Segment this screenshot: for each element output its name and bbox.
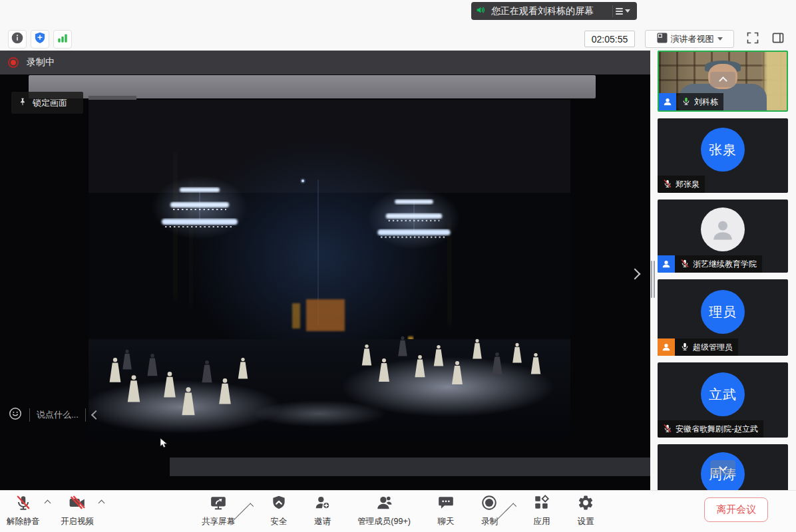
pin-icon [18, 97, 27, 108]
participant-role-badge [658, 255, 675, 273]
security-button[interactable]: 安全 [268, 494, 290, 527]
chevron-down-icon [717, 37, 723, 41]
fullscreen-icon [746, 31, 759, 47]
participant-host-badge [658, 338, 675, 356]
network-status-button[interactable] [53, 30, 72, 49]
participant-name: 郑张泉 [676, 179, 699, 190]
participant-tile-zheyi[interactable]: 浙艺继续教育学院 [658, 200, 788, 273]
chat-collapse-icon[interactable] [91, 410, 100, 420]
unmute-button[interactable]: 解除静音 [4, 494, 43, 527]
participant-name: 安徽省歌舞剧院-赵立武 [676, 424, 758, 435]
participant-avatar: 张泉 [701, 128, 745, 172]
participant-tile-zhaoliwu[interactable]: 立武 安徽省歌舞剧院-赵立武 [658, 362, 788, 438]
record-dot-icon [8, 57, 19, 68]
info-icon [11, 31, 24, 47]
side-panel-icon [771, 31, 785, 47]
participant-name: 刘科栋 [694, 96, 718, 108]
participant-tile-zhengzhangquan[interactable]: 张泉 郑张泉 [658, 118, 788, 193]
mute-options-chevron[interactable] [45, 500, 51, 507]
gear-icon [577, 494, 594, 514]
apps-grid-icon [533, 494, 550, 514]
mic-muted-icon [15, 494, 32, 514]
manage-members-button[interactable]: 管理成员(99+) [355, 494, 413, 527]
pin-label: 锁定画面 [33, 97, 67, 109]
pin-view-button[interactable]: 锁定画面 [11, 92, 83, 114]
banner-menu-icon[interactable] [612, 5, 633, 17]
scroll-up-indicator[interactable] [710, 72, 735, 87]
emoji-icon[interactable] [8, 406, 23, 424]
expand-panel-chevron[interactable] [630, 269, 641, 280]
participant-name: 浙艺继续教育学院 [693, 259, 757, 270]
chat-bubble-icon [437, 494, 455, 514]
chat-button[interactable]: 聊天 [435, 494, 457, 527]
stage-performance-image [89, 100, 570, 439]
shield-check-icon [270, 494, 288, 514]
scroll-down-indicator[interactable] [710, 460, 735, 475]
mic-on-icon [680, 342, 690, 353]
shared-window-titlebar [29, 75, 596, 98]
participant-avatar: 理员 [701, 290, 745, 334]
layout-icon [657, 33, 668, 45]
view-mode-label: 演讲者视图 [671, 33, 714, 45]
apps-button[interactable]: 应用 [530, 494, 553, 527]
camera-off-icon [69, 494, 86, 514]
leave-meeting-button[interactable]: 离开会议 [704, 497, 768, 522]
start-video-button[interactable]: 开启视频 [58, 494, 97, 527]
view-mode-selector[interactable]: 演讲者视图 [645, 30, 734, 48]
participant-tile-admin[interactable]: 理员 超级管理员 [658, 279, 788, 356]
mic-muted-icon [663, 179, 672, 190]
shared-window-bottom [170, 458, 650, 476]
bottom-toolbar: 解除静音 开启视频 共享屏幕 [0, 490, 796, 532]
shared-screen-area: 录制中 锁定画面 [0, 51, 650, 490]
divider [29, 408, 30, 422]
mic-muted-icon [663, 424, 672, 435]
participant-role-badge [659, 93, 676, 110]
participant-avatar: 立武 [701, 372, 745, 416]
record-circle-icon [481, 494, 498, 514]
recording-indicator: 录制中 [0, 51, 650, 74]
network-signal-icon [56, 31, 69, 47]
mic-on-icon [682, 96, 691, 108]
recording-label: 录制中 [27, 57, 55, 68]
meeting-timer: 02:05:55 [584, 31, 635, 47]
meeting-window: 您正在观看刘科栋的屏幕 02:05:55 演讲者视图 [0, 0, 796, 532]
speaker-on-icon [475, 4, 487, 19]
mouse-cursor [160, 438, 169, 451]
participant-name: 超级管理员 [693, 342, 733, 353]
participant-tile-liukedong[interactable]: 刘科栋 [658, 51, 788, 112]
members-icon [375, 494, 393, 514]
chat-overlay: 说点什么... [8, 403, 99, 427]
viewer-banner-text: 您正在观看刘科栋的屏幕 [491, 5, 594, 17]
video-options-chevron[interactable] [99, 500, 105, 507]
invite-person-icon [314, 494, 331, 514]
shield-plus-icon [33, 31, 47, 47]
settings-button[interactable]: 设置 [574, 494, 597, 527]
security-status-button[interactable] [31, 30, 49, 49]
viewer-banner[interactable]: 您正在观看刘科栋的屏幕 [471, 2, 637, 20]
side-panel-toggle-button[interactable] [769, 30, 787, 49]
meeting-info-button[interactable] [8, 30, 27, 49]
divider [85, 408, 86, 422]
fullscreen-button[interactable] [743, 30, 762, 49]
invite-button[interactable]: 邀请 [311, 494, 334, 527]
chat-input[interactable]: 说点什么... [37, 409, 79, 421]
share-screen-icon [210, 494, 227, 514]
mic-muted-icon [680, 259, 690, 270]
participant-avatar-silhouette [701, 207, 745, 251]
